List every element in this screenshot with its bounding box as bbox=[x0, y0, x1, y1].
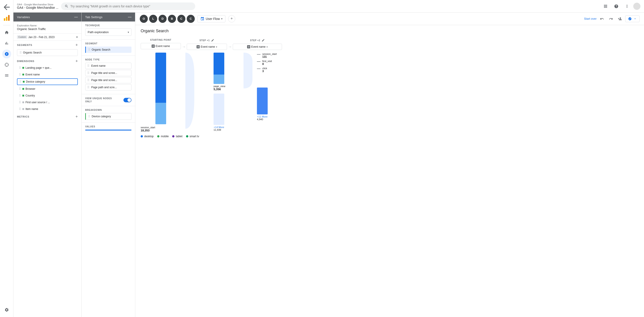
node-item-1[interactable]: ⠿ Page title and scree... bbox=[85, 70, 132, 76]
left-navigation bbox=[0, 0, 14, 317]
viz-title: Organic Search bbox=[135, 25, 644, 35]
apps-button[interactable] bbox=[601, 2, 610, 11]
arrow-1: → bbox=[181, 39, 187, 49]
node-item-2[interactable]: ⠿ Page title and scree... bbox=[85, 77, 132, 83]
dim-dot bbox=[22, 67, 24, 69]
col3-more-link[interactable]: +11 More bbox=[257, 115, 268, 118]
user-circle-l[interactable]: L bbox=[149, 15, 157, 23]
user-circle-d[interactable]: D bbox=[158, 15, 166, 23]
variables-panel-title: Variables bbox=[17, 16, 30, 19]
col3-dash-0 bbox=[257, 54, 260, 55]
tab-settings-minimize-button[interactable]: — bbox=[128, 15, 132, 19]
node-item-3[interactable]: ⠿ Page path and scre... bbox=[85, 84, 132, 90]
user-circle-c2[interactable]: C bbox=[187, 15, 195, 23]
col3-label-0: session_start 131 bbox=[262, 53, 277, 59]
redo-button[interactable] bbox=[607, 15, 614, 22]
dimension-landing-page[interactable]: ⠿ Landing page + que... bbox=[17, 65, 78, 71]
avatar[interactable] bbox=[633, 3, 640, 10]
bar-col2-more-block bbox=[214, 94, 224, 125]
nav-reports-icon[interactable] bbox=[2, 39, 11, 48]
bar-col2-top-block bbox=[214, 53, 224, 84]
dimension-browser[interactable]: ⠿ Browser bbox=[17, 86, 78, 92]
dimension-country[interactable]: ⠿ Country bbox=[17, 93, 78, 99]
dimension-event-name[interactable]: ⠿ Event name bbox=[17, 72, 78, 78]
breakdown-section: BREAKDOWN ⠿ Device category bbox=[82, 106, 135, 123]
help-button[interactable] bbox=[612, 2, 621, 11]
step2-selector[interactable]: Event name ▾ bbox=[233, 44, 282, 50]
user-circle-b[interactable]: B bbox=[168, 15, 176, 23]
legend-dot-mobile bbox=[157, 135, 160, 137]
legend-dot-desktop bbox=[141, 135, 143, 137]
user-circles: O L D B C C bbox=[140, 15, 195, 23]
node-label: Page title and scree... bbox=[91, 79, 117, 82]
edit-icon-2[interactable] bbox=[262, 39, 265, 42]
add-tab-button[interactable]: + bbox=[228, 15, 235, 22]
start-over-button[interactable]: Start over bbox=[584, 17, 596, 20]
drag-icon: ⠿ bbox=[19, 73, 21, 76]
view-unique-nodes-toggle[interactable] bbox=[124, 98, 132, 102]
variables-panel-header: Variables — bbox=[14, 13, 82, 22]
user-circle-c1[interactable]: C bbox=[177, 15, 185, 23]
nav-divider bbox=[3, 25, 10, 25]
dimension-item-name[interactable]: ⠿ Item name bbox=[17, 106, 78, 112]
nav-configure-icon[interactable] bbox=[2, 71, 11, 80]
drag-icon: ⠿ bbox=[19, 107, 21, 111]
nav-settings-icon[interactable] bbox=[2, 305, 11, 314]
add-segment-button[interactable]: + bbox=[75, 43, 78, 47]
col3-val-1: 8 bbox=[262, 63, 272, 66]
node-label: Page title and scree... bbox=[91, 71, 117, 75]
dimension-device-category[interactable]: ⠿ Device category bbox=[17, 78, 78, 85]
drag-handle-icon: ⠿ bbox=[20, 51, 22, 54]
col3-item-0: session_start 131 bbox=[257, 53, 277, 59]
col2-more-link[interactable]: +14 More bbox=[214, 126, 224, 129]
more-button[interactable] bbox=[622, 2, 632, 11]
search-input[interactable] bbox=[70, 5, 192, 8]
add-dimension-button[interactable]: + bbox=[75, 59, 78, 63]
add-user-button[interactable] bbox=[616, 15, 624, 22]
step2-header: STEP +2 Event name ▾ bbox=[233, 39, 282, 50]
node-item-0[interactable]: ⠿ Event name bbox=[85, 63, 132, 69]
dim-label: Event name bbox=[26, 73, 76, 76]
nav-advertising-icon[interactable] bbox=[2, 60, 11, 69]
flow-selector[interactable]: User Flow ▾ bbox=[198, 15, 226, 22]
dim-dot bbox=[22, 74, 24, 76]
tab-settings-title: Tab Settings bbox=[85, 16, 103, 19]
add-metric-button[interactable]: + bbox=[75, 115, 78, 119]
starting-point-label: STARTING POINT bbox=[141, 39, 181, 41]
technique-select[interactable]: Path exploration ▾ bbox=[85, 29, 132, 36]
save-button[interactable] bbox=[625, 16, 640, 22]
flow-col-headers: STARTING POINT Event name → ST bbox=[141, 39, 639, 50]
dimensions-section-header: DIMENSIONS + bbox=[14, 57, 82, 65]
step1-selector[interactable]: Event name ▾ bbox=[187, 44, 227, 50]
date-range-row[interactable]: Custom Jan 23 - Feb 21, 2023 ▾ bbox=[14, 34, 82, 41]
save-dropdown-icon bbox=[634, 17, 636, 20]
back-button[interactable] bbox=[2, 3, 11, 12]
variables-minimize-button[interactable]: — bbox=[74, 15, 78, 19]
drag-icon: ⠿ bbox=[87, 86, 90, 89]
breakdown-chip[interactable]: ⠿ Device category bbox=[85, 113, 132, 120]
date-chevron-icon[interactable]: ▾ bbox=[76, 35, 78, 39]
nav-home-icon[interactable] bbox=[2, 28, 11, 37]
col3-label-1: first_visit 8 bbox=[262, 60, 272, 66]
breakdown-value: Device category bbox=[92, 115, 111, 118]
edit-icon[interactable] bbox=[211, 39, 214, 42]
legend-label-smart-tv: smart tv bbox=[190, 135, 199, 138]
exploration-name-value: Organic Search Traffic bbox=[17, 27, 78, 31]
segment-setting-chip[interactable]: ⠿ Organic Search bbox=[85, 47, 132, 53]
starting-point-selector[interactable]: Event name bbox=[141, 43, 181, 49]
breakdown-label: BREAKDOWN bbox=[85, 109, 132, 111]
dimension-first-user-source[interactable]: ⠿ First user source / ... bbox=[17, 99, 78, 105]
variables-panel: Variables — Exploration Name: Organic Se… bbox=[14, 13, 82, 317]
search-bar[interactable] bbox=[61, 3, 195, 10]
segment-chip[interactable]: ⠿ Organic Search bbox=[17, 49, 78, 56]
nav-explore-icon[interactable] bbox=[2, 50, 11, 59]
drag-icon: ⠿ bbox=[19, 94, 21, 97]
user-circle-o[interactable]: O bbox=[140, 15, 148, 23]
step1-header: STEP +1 Event name ▾ bbox=[187, 39, 227, 50]
sankey-col-1: session_start 18,353 bbox=[141, 53, 181, 132]
legend-dot-tablet bbox=[172, 135, 174, 137]
drag-icon: ⠿ bbox=[87, 78, 90, 82]
bar-col2-more-label: +14 More 11,939 bbox=[214, 126, 224, 131]
undo-button[interactable] bbox=[598, 15, 606, 22]
sankey-col-2: page_view 5,356 +14 More 11,939 bbox=[199, 53, 239, 131]
